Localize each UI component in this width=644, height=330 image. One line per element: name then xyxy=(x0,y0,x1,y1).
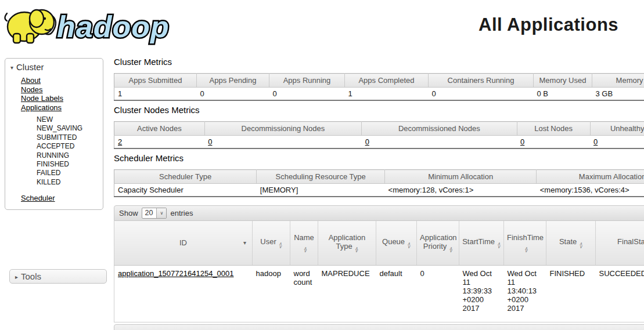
col-decommissioned-nodes: Decommissioned Nodes xyxy=(362,122,517,136)
sidebar-item-about[interactable]: About xyxy=(21,76,41,85)
col-memory-used: Memory Used xyxy=(534,74,592,88)
hadoop-elephant-icon: hadoop xyxy=(3,3,184,45)
application-state: FINISHED xyxy=(546,265,596,322)
col-scheduling-resource-type: Scheduling Resource Type xyxy=(257,170,385,184)
show-entries-bar: Show 20 ∨ entries xyxy=(114,205,644,221)
header-id[interactable]: ID ▾ xyxy=(114,221,253,265)
sort-icon: ∧∨ xyxy=(497,243,501,248)
apps-completed-value: 1 xyxy=(345,88,429,101)
header-user[interactable]: User∧∨ xyxy=(253,221,290,265)
sidebar-state-submitted[interactable]: SUBMITTED xyxy=(37,133,77,142)
sidebar-state-new[interactable]: NEW xyxy=(37,115,53,124)
sidebar: ▾Cluster About Nodes Node Labels Applica… xyxy=(5,58,103,210)
tools-menu-header[interactable]: ▸Tools xyxy=(9,269,107,284)
application-priority: 0 xyxy=(417,265,459,322)
page-title: All Applications xyxy=(478,14,618,35)
tools-menu-label: Tools xyxy=(21,271,41,281)
sidebar-state-new-saving[interactable]: NEW_SAVING xyxy=(37,124,82,132)
apps-submitted-value: 1 xyxy=(114,88,197,101)
col-apps-submitted: Apps Submitted xyxy=(114,74,197,88)
hadoop-logo: hadoop xyxy=(3,3,184,45)
sidebar-item-node-labels[interactable]: Node Labels xyxy=(21,94,63,103)
col-apps-running: Apps Running xyxy=(269,74,345,88)
col-decommissioning-nodes: Decommissioning Nodes xyxy=(204,122,361,136)
cluster-nodes-metrics-row: 2 0 0 0 0 xyxy=(114,136,644,149)
sort-desc-icon: ▾ xyxy=(243,240,246,246)
sort-icon: ∧∨ xyxy=(279,243,282,248)
application-id-link[interactable]: application_1507721641254_0001 xyxy=(118,269,234,278)
sidebar-state-failed[interactable]: FAILED xyxy=(37,169,60,177)
sidebar-state-killed[interactable]: KILLED xyxy=(37,178,60,186)
entries-select[interactable]: 20 ∨ xyxy=(142,208,167,219)
lost-nodes-link[interactable]: 0 xyxy=(520,137,524,146)
header-application-priority[interactable]: Application Priority∧∨ xyxy=(417,221,459,265)
sidebar-state-finished[interactable]: FINISHED xyxy=(37,160,69,168)
cluster-menu: ▾Cluster About Nodes Node Labels Applica… xyxy=(5,58,103,210)
cluster-metrics-row: 1 0 0 1 0 0 B 3 GB xyxy=(114,88,644,101)
unhealthy-nodes-link[interactable]: 0 xyxy=(593,137,598,146)
application-starttime: Wed Oct 11 13:39:33 +0200 2017 xyxy=(459,265,504,322)
cluster-nodes-metrics-title: Cluster Nodes Metrics xyxy=(114,105,644,115)
header-starttime[interactable]: StartTime∧∨ xyxy=(459,221,504,265)
sort-icon: ∧∨ xyxy=(524,248,528,253)
application-type: MAPREDUCE xyxy=(318,265,376,322)
sort-icon: ∧∨ xyxy=(355,248,358,253)
active-nodes-link[interactable]: 2 xyxy=(118,137,122,146)
entries-select-value: 20 xyxy=(142,208,157,218)
cluster-menu-header[interactable]: ▾Cluster xyxy=(5,60,103,74)
application-finalstatus: SUCCEEDED xyxy=(596,265,644,322)
applications-panel: Show 20 ∨ entries ID ▾ User∧∨ Name∧∨ App… xyxy=(114,205,644,330)
cluster-menu-label: Cluster xyxy=(16,62,44,72)
maximum-allocation-value: <memory:1536, vCores:4> xyxy=(537,184,644,197)
sort-icon: ∧∨ xyxy=(449,248,452,253)
application-user: hadoop xyxy=(253,265,290,322)
header-name[interactable]: Name∧∨ xyxy=(290,221,318,265)
entries-label: entries xyxy=(170,209,193,217)
sidebar-state-accepted[interactable]: ACCEPTED xyxy=(37,142,74,150)
sort-icon: ∧∨ xyxy=(579,243,582,248)
hadoop-wordmark: hadoop xyxy=(57,10,170,43)
application-row: application_1507721641254_0001 hadoop wo… xyxy=(114,265,644,322)
sort-icon: ∧∨ xyxy=(304,248,307,253)
application-name: word count xyxy=(290,265,318,322)
header-state[interactable]: State∧∨ xyxy=(546,221,596,265)
col-maximum-allocation: Maximum Allocation xyxy=(537,170,644,184)
expand-icon: ▸ xyxy=(15,274,18,280)
col-lost-nodes: Lost Nodes xyxy=(517,122,590,136)
application-queue: default xyxy=(376,265,417,322)
minimum-allocation-value: <memory:128, vCores:1> xyxy=(385,184,537,197)
sidebar-item-nodes[interactable]: Nodes xyxy=(21,85,43,94)
col-apps-pending: Apps Pending xyxy=(197,74,269,88)
scheduling-resource-type-value: [MEMORY] xyxy=(257,184,385,197)
col-containers-running: Containers Running xyxy=(429,74,534,88)
scheduler-metrics-row: Capacity Scheduler [MEMORY] <memory:128,… xyxy=(114,184,644,197)
sidebar-item-applications[interactable]: Applications xyxy=(21,103,62,112)
applications-table: ID ▾ User∧∨ Name∧∨ Application Type∧∨ Qu… xyxy=(114,221,644,322)
collapse-icon: ▾ xyxy=(10,64,13,71)
decommissioned-nodes-link[interactable]: 0 xyxy=(365,137,369,146)
col-unhealthy-nodes: Unhealthy Nodes xyxy=(590,122,644,136)
decommissioning-nodes-link[interactable]: 0 xyxy=(208,137,212,146)
select-arrow-icon: ∨ xyxy=(156,208,166,218)
memory-used-value: 0 B xyxy=(534,88,592,101)
header-finalstatus[interactable]: FinalStatus∧∨ xyxy=(596,221,644,265)
col-memory-total: Memory Total xyxy=(592,74,644,88)
cluster-nodes-metrics-table: Active Nodes Decommissioning Nodes Decom… xyxy=(114,121,644,149)
sidebar-state-running[interactable]: RUNNING xyxy=(37,151,69,159)
header-queue[interactable]: Queue∧∨ xyxy=(376,221,417,265)
scheduler-metrics-table: Scheduler Type Scheduling Resource Type … xyxy=(114,169,644,197)
containers-running-value: 0 xyxy=(429,88,534,101)
apps-running-value: 0 xyxy=(269,88,345,101)
header-finishtime[interactable]: FinishTime∧∨ xyxy=(504,221,546,265)
memory-total-value: 3 GB xyxy=(592,88,644,101)
scheduler-metrics-title: Scheduler Metrics xyxy=(114,153,644,163)
col-minimum-allocation: Minimum Allocation xyxy=(385,170,537,184)
cluster-metrics-title: Cluster Metrics xyxy=(114,57,644,67)
sort-icon: ∧∨ xyxy=(407,243,411,248)
sidebar-item-scheduler[interactable]: Scheduler xyxy=(21,194,55,202)
application-finishtime: Wed Oct 11 13:40:13 +0200 2017 xyxy=(504,265,546,322)
main-content: Cluster Metrics Apps Submitted Apps Pend… xyxy=(114,56,644,330)
col-active-nodes: Active Nodes xyxy=(114,122,205,136)
header-application-type[interactable]: Application Type∧∨ xyxy=(318,221,376,265)
cluster-metrics-table: Apps Submitted Apps Pending Apps Running… xyxy=(114,73,644,101)
